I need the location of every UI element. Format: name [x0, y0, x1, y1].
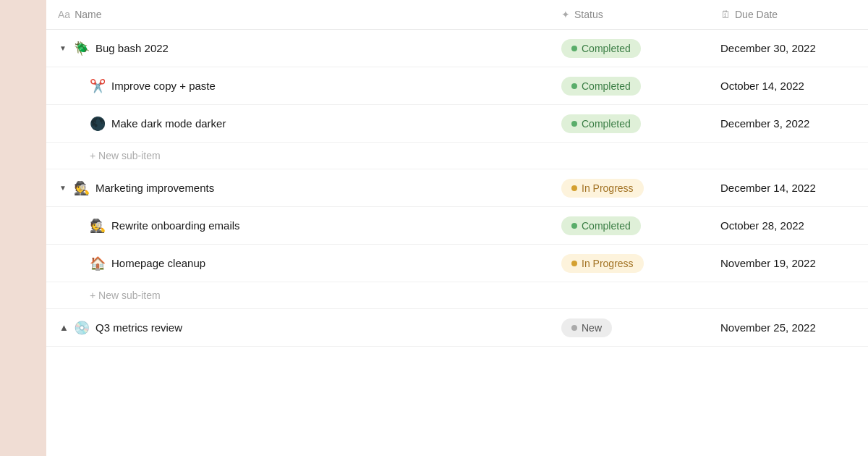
table-row: ▼ 🕵️ Marketing improvements In Progress … [46, 169, 868, 207]
row-name: Q3 metrics review [95, 321, 182, 334]
row-emoji: 🕵️ [90, 218, 106, 234]
status-dot [571, 46, 577, 51]
status-cell: New [550, 318, 709, 337]
name-cell: 🏠 Homepage cleanup [46, 248, 550, 279]
date-cell: October 28, 2022 [709, 219, 868, 232]
date-cell: October 14, 2022 [709, 80, 868, 92]
date-cell: November 25, 2022 [709, 321, 868, 334]
status-badge[interactable]: Completed [561, 39, 641, 58]
status-label: In Progress [582, 258, 634, 269]
status-badge[interactable]: In Progress [561, 179, 644, 198]
row-emoji: 🏠 [90, 256, 106, 271]
status-cell: Completed [550, 39, 709, 58]
status-badge[interactable]: Completed [561, 114, 641, 133]
row-emoji: ✂️ [90, 78, 106, 94]
name-cell: ✂️ Improve copy + paste [46, 71, 550, 101]
status-label: Completed [582, 80, 631, 92]
status-badge[interactable]: New [561, 318, 612, 337]
new-sub-item-row[interactable]: + New sub-item [46, 143, 868, 169]
date-cell: December 3, 2022 [709, 117, 868, 130]
status-cell: Completed [550, 114, 709, 133]
name-cell: ▶ 💿 Q3 metrics review [46, 313, 550, 343]
table-row: 🕵️ Rewrite onboarding emails Completed O… [46, 207, 868, 245]
status-cell: Completed [550, 216, 709, 235]
row-name: Improve copy + paste [111, 80, 216, 92]
status-label: Completed [582, 220, 631, 232]
date-cell: December 30, 2022 [709, 42, 868, 54]
table-container: Aa Name ✦ Status 🗓 Due Date ▼ 🪲 Bug bash… [46, 0, 868, 347]
table-header: Aa Name ✦ Status 🗓 Due Date [46, 0, 868, 30]
status-dot [571, 223, 577, 229]
status-label: Completed [582, 118, 631, 130]
row-name: Make dark mode darker [111, 117, 226, 130]
expand-icon[interactable]: ▼ [58, 184, 68, 192]
date-column-header: 🗓 Due Date [709, 9, 868, 20]
status-dot [571, 185, 577, 191]
new-sub-item-row[interactable]: + New sub-item [46, 282, 868, 309]
table-body: ▼ 🪲 Bug bash 2022 Completed December 30,… [46, 30, 868, 347]
status-dot [571, 325, 577, 331]
table-row: ▼ 🪲 Bug bash 2022 Completed December 30,… [46, 30, 868, 67]
row-emoji: 🪲 [74, 41, 90, 56]
row-emoji: 💿 [74, 320, 90, 336]
status-badge[interactable]: In Progress [561, 254, 644, 273]
name-cell: 🌑 Make dark mode darker [46, 109, 550, 139]
date-header-label: Due Date [735, 9, 778, 20]
name-header-label: Name [75, 9, 101, 20]
status-dot [571, 83, 577, 89]
row-name: Marketing improvements [95, 182, 214, 194]
row-emoji: 🕵️ [74, 180, 90, 196]
row-name: Bug bash 2022 [95, 42, 169, 54]
status-badge[interactable]: Completed [561, 77, 641, 96]
date-header-icon: 🗓 [720, 9, 731, 20]
date-cell: December 14, 2022 [709, 182, 868, 194]
row-emoji: 🌑 [90, 116, 106, 132]
expand-icon[interactable]: ▶ [59, 323, 67, 333]
table-row: ✂️ Improve copy + paste Completed Octobe… [46, 67, 868, 105]
status-header-icon: ✦ [561, 9, 570, 20]
status-header-label: Status [574, 9, 603, 20]
status-label: New [582, 322, 602, 334]
table-row: 🌑 Make dark mode darker Completed Decemb… [46, 105, 868, 143]
status-dot [571, 121, 577, 127]
status-column-header: ✦ Status [550, 9, 709, 20]
name-cell: 🕵️ Rewrite onboarding emails [46, 211, 550, 241]
status-cell: In Progress [550, 179, 709, 198]
status-badge[interactable]: Completed [561, 216, 641, 235]
status-cell: In Progress [550, 254, 709, 273]
name-column-header: Aa Name [46, 9, 550, 20]
table-row: ▶ 💿 Q3 metrics review New November 25, 2… [46, 309, 868, 347]
left-sidebar [0, 0, 46, 456]
status-label: In Progress [582, 182, 634, 194]
name-cell: ▼ 🪲 Bug bash 2022 [46, 33, 550, 64]
expand-icon[interactable]: ▼ [58, 44, 68, 52]
main-content: Aa Name ✦ Status 🗓 Due Date ▼ 🪲 Bug bash… [46, 0, 868, 456]
status-dot [571, 261, 577, 266]
name-cell: ▼ 🕵️ Marketing improvements [46, 173, 550, 203]
table-row: 🏠 Homepage cleanup In Progress November … [46, 245, 868, 282]
status-label: Completed [582, 43, 631, 54]
status-cell: Completed [550, 77, 709, 96]
date-cell: November 19, 2022 [709, 257, 868, 269]
name-header-icon: Aa [58, 9, 70, 20]
row-name: Homepage cleanup [111, 257, 205, 269]
row-name: Rewrite onboarding emails [111, 219, 240, 232]
